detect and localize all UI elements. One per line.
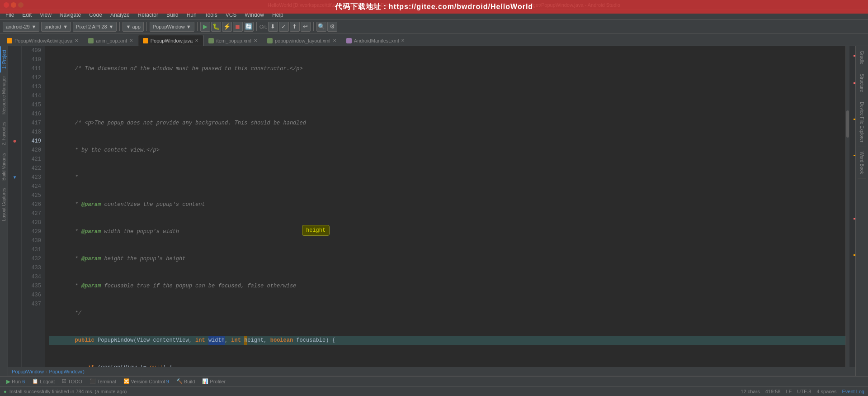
line-413: * (49, 173, 845, 182)
tab-popupwindow[interactable]: PopupWindow.java ✕ (138, 35, 204, 46)
app-selector[interactable]: ▼ app (123, 22, 143, 32)
toolbar-search: 🔍 ⚙ (316, 22, 337, 32)
gutter-cell-420 (8, 146, 21, 155)
menu-vcs[interactable]: VCS (222, 11, 241, 19)
menu-edit[interactable]: Edit (19, 11, 35, 19)
menu-build[interactable]: Build (163, 11, 182, 19)
menu-file[interactable]: File (2, 11, 18, 19)
gutter-cell-419[interactable]: ● (8, 137, 21, 146)
encoding[interactable]: UTF-8 (797, 389, 811, 394)
xml-icon-2 (208, 38, 214, 43)
toolbar-actions: ▶ 🐛 ⚡ ◼ 🔄 (200, 22, 254, 32)
device-file-panel-tab[interactable]: Device File Explorer (858, 97, 866, 147)
line-412: * by the content view.</p> (49, 146, 845, 155)
module-selector[interactable]: android-29 ▼ (3, 22, 39, 32)
menu-window[interactable]: Window (241, 11, 268, 19)
terminal-button[interactable]: ⬛ Terminal (87, 378, 119, 385)
toolbar-git: Git: ⬇ ✓ ⬆ ↩ (259, 22, 311, 32)
tab-close-5[interactable]: ✕ (401, 38, 405, 43)
search-button[interactable]: 🔍 (316, 22, 326, 32)
favorites-tab[interactable]: 2: Favorites (0, 118, 7, 149)
structure-panel-tab[interactable]: Structure (858, 69, 866, 97)
editor-area: ● ▼ 409 (8, 46, 855, 376)
resource-manager-tab[interactable]: Resource Manager (0, 72, 7, 118)
line-415: * @param width the popup's width (49, 227, 845, 236)
code-editor[interactable]: ● ▼ 409 (8, 46, 855, 367)
popup-window-selector[interactable]: PopupWindow ▼ (150, 22, 194, 32)
build-button[interactable]: 🔨 Build (174, 378, 198, 385)
profiler-button[interactable]: 📊 Profiler (199, 378, 228, 385)
gutter-cell-424 (8, 182, 21, 191)
status-icon: ● (4, 389, 7, 394)
indent[interactable]: 4 spaces (816, 389, 836, 394)
left-panel-strip: 1: Project Resource Manager 2: Favorites… (0, 46, 8, 376)
close-button[interactable] (4, 2, 9, 8)
version-control-button[interactable]: 🔀 Version Control 9 (121, 378, 172, 385)
menu-navigate[interactable]: Navigate (56, 11, 85, 19)
menu-analyze[interactable]: Analyze (107, 11, 133, 19)
git-revert-button[interactable]: ↩ (301, 22, 311, 32)
menu-tools[interactable]: Tools (201, 11, 221, 19)
debug-button[interactable]: 🐛 (211, 22, 221, 32)
gutter-cell-416 (8, 110, 21, 119)
gutter-cell-414 (8, 91, 21, 100)
tab-item-popup[interactable]: item_popup.xml ✕ (203, 35, 262, 46)
window-title: HelloWorld [D:\workspace\ttit\android\He… (24, 2, 864, 8)
window-controls[interactable] (4, 2, 24, 8)
gutter-cell-412 (8, 73, 21, 82)
sync-button[interactable]: 🔄 (244, 22, 254, 32)
git-push-button[interactable]: ⬆ (290, 22, 300, 32)
run-button[interactable]: ▶ (200, 22, 210, 32)
tab-close-1[interactable]: ✕ (129, 38, 133, 43)
breadcrumb-popupwindow[interactable]: PopupWindow (12, 369, 44, 374)
tab-androidmanifest[interactable]: AndroidManifest.xml ✕ (341, 35, 410, 46)
gutter-cell-410 (8, 55, 21, 64)
vertical-scrollbar[interactable] (845, 46, 849, 367)
profile-button[interactable]: ⚡ (222, 22, 232, 32)
layout-captures-tab[interactable]: Layout Captures (0, 184, 7, 224)
menu-code[interactable]: Code (85, 11, 106, 19)
project-panel-tab[interactable]: 1: Project (0, 46, 8, 72)
settings-button[interactable]: ⚙ (327, 22, 337, 32)
minimize-button[interactable] (11, 2, 16, 8)
breadcrumb-constructor[interactable]: PopupWindow() (49, 369, 85, 374)
tab-close-2[interactable]: ✕ (195, 38, 198, 43)
git-commit-button[interactable]: ✓ (279, 22, 289, 32)
git-update-button[interactable]: ⬇ (268, 22, 278, 32)
tab-popupwindowactivity[interactable]: PopupWindowActivity.java ✕ (2, 35, 83, 46)
right-panel-strip: Gradle Structure Device File Explorer Wo… (855, 46, 868, 376)
gutter-cell-437 (8, 300, 21, 309)
todo-button[interactable]: ☑ TODO (59, 378, 85, 385)
api-selector[interactable]: Pixel 2 API 28 ▼ (73, 22, 117, 32)
word-book-panel-tab[interactable]: Word Book (858, 147, 866, 179)
tab-close-4[interactable]: ✕ (333, 38, 336, 43)
tab-close-3[interactable]: ✕ (254, 38, 257, 43)
menu-help[interactable]: Help (269, 11, 287, 19)
tab-anim-pop[interactable]: anim_pop.xml ✕ (83, 35, 137, 46)
run-icon: ▶ (6, 378, 10, 385)
separator (119, 22, 120, 31)
tab-popupwindow-layout[interactable]: popupwindow_layout.xml ✕ (262, 35, 341, 46)
menu-refactor[interactable]: Refactor (134, 11, 162, 19)
logcat-button[interactable]: 📋 Logcat (29, 378, 57, 385)
gutter-cell-428 (8, 218, 21, 227)
menu-view[interactable]: View (36, 11, 55, 19)
gradle-panel-tab[interactable]: Gradle (858, 46, 866, 69)
run-tool-button[interactable]: ▶ Run 6 (4, 378, 28, 385)
stop-button[interactable]: ◼ (233, 22, 243, 32)
menu-run[interactable]: Run (183, 11, 200, 19)
line-separator[interactable]: LF (786, 389, 792, 394)
maximize-button[interactable] (18, 2, 24, 8)
cursor-position[interactable]: 419:58 (765, 389, 781, 394)
line-418: */ (49, 309, 845, 318)
line-417: * @param focusable true if the popup can… (49, 281, 845, 291)
title-bar: HelloWorld [D:\workspace\ttit\android\He… (0, 0, 868, 10)
device-selector[interactable]: android ▼ (41, 22, 71, 32)
event-log-button[interactable]: Event Log (842, 389, 864, 394)
run-bar: ▶ Run 6 📋 Logcat ☑ TODO ⬛ Terminal 🔀 Ver… (0, 376, 868, 386)
tab-close-0[interactable]: ✕ (75, 38, 78, 43)
build-variants-tab[interactable]: Build Variants (0, 149, 7, 184)
line-420: if (contentView != null) { (49, 363, 845, 367)
code-content[interactable]: /* The dimension of the window must be p… (45, 46, 845, 367)
error-mark-3 (854, 218, 855, 219)
